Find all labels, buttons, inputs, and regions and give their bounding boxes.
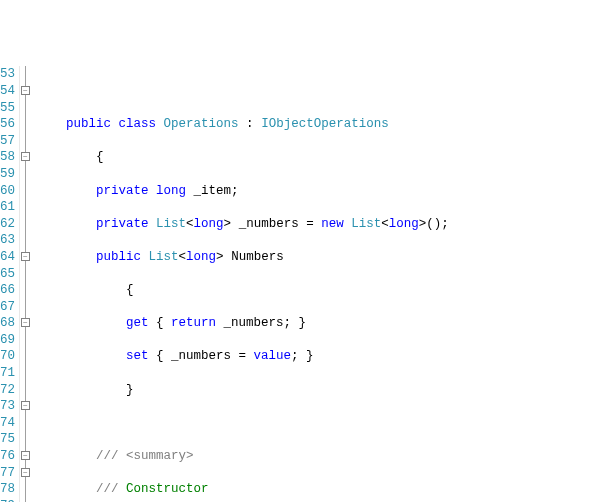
code-line: private long _item; — [36, 183, 607, 200]
keyword-value: value — [254, 349, 292, 363]
set-body2: ; } — [291, 349, 314, 363]
keyword-private: private — [96, 217, 149, 231]
type-iobjectoperations: IObjectOperations — [261, 117, 389, 131]
line-number: 72 — [0, 382, 15, 399]
angle: > — [216, 250, 224, 264]
line-number: 53 — [0, 66, 15, 83]
type-list: List — [149, 250, 179, 264]
brace: { — [126, 283, 134, 297]
line-number: 64 — [0, 249, 15, 266]
keyword-long: long — [186, 250, 216, 264]
angle: < — [179, 250, 187, 264]
keyword-long: long — [156, 184, 186, 198]
fold-toggle-icon[interactable]: − — [21, 468, 30, 477]
keyword-public: public — [66, 117, 111, 131]
code-line: set { _numbers = value; } — [36, 348, 607, 365]
type-operations: Operations — [164, 117, 239, 131]
keyword-private: private — [96, 184, 149, 198]
xml-doc: /// <summary> — [96, 449, 194, 463]
keyword-set: set — [126, 349, 149, 363]
code-line — [36, 83, 607, 100]
line-number-gutter: 5354555657585960616263646566676869707172… — [0, 66, 20, 502]
angle: > — [224, 217, 232, 231]
property-numbers: Numbers — [231, 250, 284, 264]
brace: { — [149, 316, 172, 330]
line-number: 79 — [0, 498, 15, 502]
line-number: 70 — [0, 348, 15, 365]
set-body: { _numbers = — [149, 349, 254, 363]
line-number: 69 — [0, 332, 15, 349]
fold-toggle-icon[interactable]: − — [21, 318, 30, 327]
xml-doc: /// — [96, 482, 126, 496]
line-number: 68 — [0, 315, 15, 332]
line-number: 59 — [0, 166, 15, 183]
parens: (); — [426, 217, 449, 231]
code-line: public class Operations : IObjectOperati… — [36, 116, 607, 133]
get-body: _numbers; } — [216, 316, 306, 330]
code-line: /// <summary> — [36, 448, 607, 465]
keyword-new: new — [321, 217, 344, 231]
line-number: 73 — [0, 398, 15, 415]
brace: { — [96, 150, 104, 164]
fold-toggle-icon[interactable]: − — [21, 252, 30, 261]
keyword-return: return — [171, 316, 216, 330]
fold-guide-line — [25, 66, 26, 502]
brace: } — [126, 383, 134, 397]
keyword-public: public — [96, 250, 141, 264]
keyword-long: long — [389, 217, 419, 231]
keyword-class: class — [119, 117, 157, 131]
line-number: 74 — [0, 415, 15, 432]
line-number: 63 — [0, 232, 15, 249]
fold-toggle-icon[interactable]: − — [21, 152, 30, 161]
line-number: 62 — [0, 216, 15, 233]
code-line: { — [36, 149, 607, 166]
line-number: 58 — [0, 149, 15, 166]
line-number: 65 — [0, 266, 15, 283]
field-item: _item; — [194, 184, 239, 198]
code-line: get { return _numbers; } — [36, 315, 607, 332]
line-number: 71 — [0, 365, 15, 382]
fold-toggle-icon[interactable]: − — [21, 86, 30, 95]
line-number: 61 — [0, 199, 15, 216]
line-number: 55 — [0, 100, 15, 117]
code-editor: 5354555657585960616263646566676869707172… — [0, 66, 607, 502]
code-line: public List<long> Numbers — [36, 249, 607, 266]
line-number: 60 — [0, 183, 15, 200]
line-number: 78 — [0, 481, 15, 498]
line-number: 77 — [0, 465, 15, 482]
code-line: { — [36, 282, 607, 299]
code-line: } — [36, 382, 607, 399]
line-number: 56 — [0, 116, 15, 133]
xml-doc-text: Constructor — [126, 482, 209, 496]
fold-column[interactable]: −−−−−−− — [20, 66, 32, 502]
code-line: private List<long> _numbers = new List<l… — [36, 216, 607, 233]
type-list: List — [156, 217, 186, 231]
keyword-get: get — [126, 316, 149, 330]
line-number: 54 — [0, 83, 15, 100]
line-number: 67 — [0, 299, 15, 316]
line-number: 66 — [0, 282, 15, 299]
code-line: /// Constructor — [36, 481, 607, 498]
type-list: List — [351, 217, 381, 231]
line-number: 57 — [0, 133, 15, 150]
angle: < — [186, 217, 194, 231]
fold-toggle-icon[interactable]: − — [21, 451, 30, 460]
keyword-long: long — [194, 217, 224, 231]
angle: < — [381, 217, 389, 231]
line-number: 76 — [0, 448, 15, 465]
code-area[interactable]: public class Operations : IObjectOperati… — [32, 66, 607, 502]
colon: : — [239, 117, 262, 131]
line-number: 75 — [0, 431, 15, 448]
fold-toggle-icon[interactable]: − — [21, 401, 30, 410]
code-line — [36, 415, 607, 432]
field-numbers: _numbers = — [239, 217, 322, 231]
